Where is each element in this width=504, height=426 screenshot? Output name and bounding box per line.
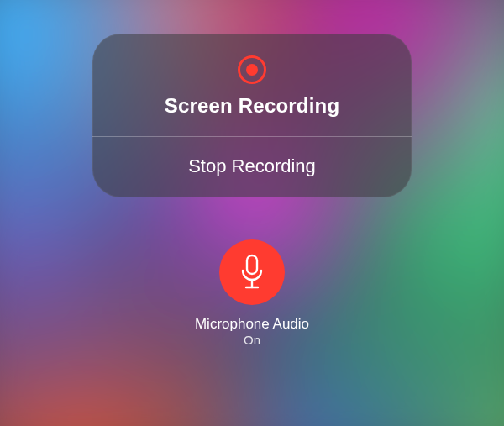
module-title: Screen Recording <box>165 94 340 118</box>
microphone-icon <box>239 254 265 291</box>
screen-recording-module: Screen Recording Stop Recording <box>92 34 412 197</box>
svg-rect-0 <box>247 255 257 274</box>
microphone-toggle-button[interactable] <box>219 239 285 305</box>
microphone-label: Microphone Audio <box>195 315 309 333</box>
record-icon <box>238 55 266 84</box>
module-header: Screen Recording <box>92 34 412 136</box>
stop-recording-button[interactable]: Stop Recording <box>92 137 412 197</box>
microphone-section: Microphone Audio On <box>195 239 309 349</box>
microphone-status: On <box>195 333 309 349</box>
